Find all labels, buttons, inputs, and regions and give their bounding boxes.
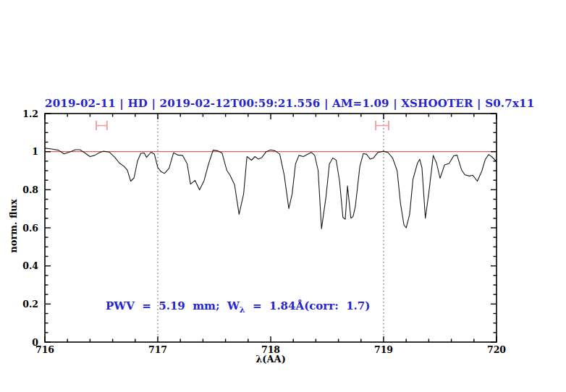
svg-text:0.2: 0.2 — [22, 299, 38, 310]
annotation-suffix: = 1.84Å(corr: 1.7) — [245, 299, 371, 312]
svg-text:0.6: 0.6 — [22, 223, 38, 234]
plot-title: 2019-02-11 | HD | 2019-02-12T00:59:21.55… — [45, 97, 497, 110]
svg-text:0: 0 — [32, 337, 38, 348]
pwv-annotation: PWV = 5.19 mm; Wλ = 1.84Å(corr: 1.7) — [106, 299, 370, 315]
svg-text:0.8: 0.8 — [22, 184, 38, 195]
svg-text:1: 1 — [32, 146, 38, 157]
spectrum-plot: 71671771871972000.20.40.60.811.2 — [0, 0, 566, 392]
x-axis-label: λ(AA) — [45, 354, 497, 365]
svg-text:0.4: 0.4 — [22, 260, 38, 271]
y-axis-label: norm. flux — [8, 194, 19, 259]
svg-text:1.2: 1.2 — [22, 108, 38, 119]
annotation-lambda-subscript: λ — [240, 305, 245, 315]
annotation-prefix: PWV = 5.19 mm; W — [106, 299, 240, 312]
plot-canvas: 71671771871972000.20.40.60.811.2 2019-02… — [0, 0, 566, 392]
